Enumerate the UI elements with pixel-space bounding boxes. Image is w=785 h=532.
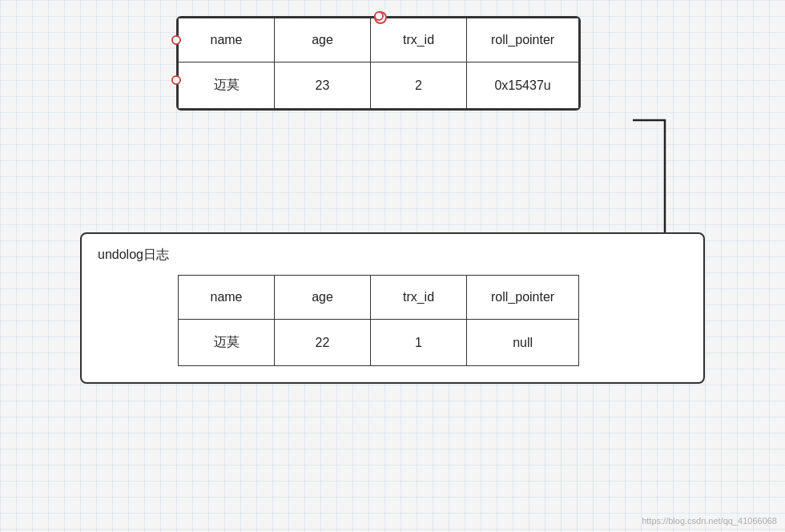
- top-header-roll-pointer: roll_pointer: [467, 18, 579, 62]
- top-data-table: name age trx_id roll_pointer 迈莫 23 2 0x1…: [178, 18, 579, 109]
- top-header-name: name: [179, 18, 275, 62]
- undolog-data-age: 22: [275, 320, 371, 366]
- undolog-data-trx-id: 1: [371, 320, 467, 366]
- top-data-age: 23: [275, 62, 371, 109]
- undolog-data-row: 迈莫 22 1 null: [179, 320, 579, 366]
- top-data-name: 迈莫: [179, 62, 275, 109]
- undolog-label: undolog日志: [98, 247, 687, 264]
- circle-left-upper: [171, 35, 181, 45]
- mvcc-diagram: name age trx_id roll_pointer 迈莫 23 2 0x1…: [80, 16, 705, 114]
- undolog-data-table: name age trx_id roll_pointer 迈莫 22 1 nul…: [178, 275, 579, 366]
- top-table-container: name age trx_id roll_pointer 迈莫 23 2 0x1…: [128, 16, 581, 114]
- undolog-header-row: name age trx_id roll_pointer: [179, 276, 579, 320]
- top-data-roll-pointer: 0x15437u: [467, 62, 579, 109]
- undolog-table-wrapper: name age trx_id roll_pointer 迈莫 22 1 nul…: [178, 275, 687, 366]
- top-table-wrapper: name age trx_id roll_pointer 迈莫 23 2 0x1…: [176, 16, 581, 111]
- undolog-header-age: age: [275, 276, 371, 320]
- top-data-trx-id: 2: [371, 62, 467, 109]
- circle-left-lower: [171, 75, 181, 85]
- undolog-data-roll-pointer: null: [467, 320, 579, 366]
- undolog-header-name: name: [179, 276, 275, 320]
- top-data-row: 迈莫 23 2 0x15437u: [179, 62, 579, 109]
- undolog-header-roll-pointer: roll_pointer: [467, 276, 579, 320]
- watermark: https://blog.csdn.net/qq_41066068: [642, 516, 777, 526]
- undolog-header-trx-id: trx_id: [371, 276, 467, 320]
- top-header-row: name age trx_id roll_pointer: [179, 18, 579, 62]
- circle-top-center: [374, 11, 384, 21]
- top-header-trx-id: trx_id: [371, 18, 467, 62]
- undolog-data-name: 迈莫: [179, 320, 275, 366]
- undolog-container: undolog日志 name age trx_id roll_pointer 迈…: [80, 232, 705, 384]
- top-header-age: age: [275, 18, 371, 62]
